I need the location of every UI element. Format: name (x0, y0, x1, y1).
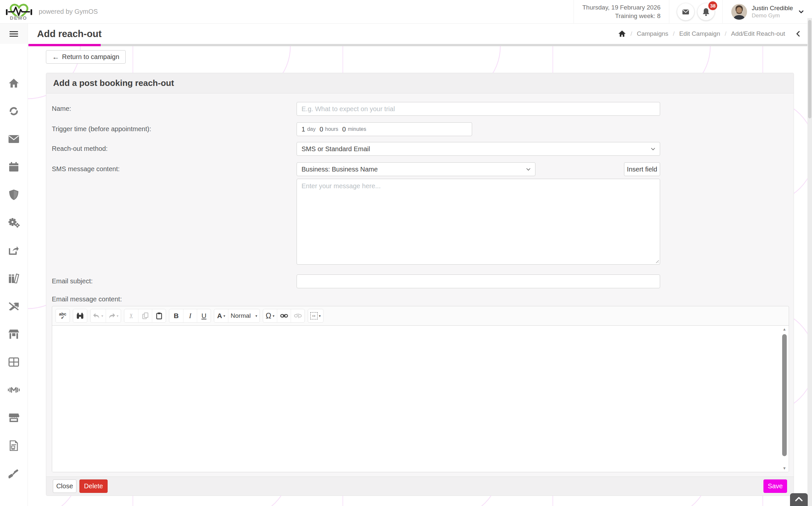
omega-icon: Ω (266, 312, 271, 320)
chevron-down-icon (651, 148, 655, 151)
editor-content-area[interactable]: ▲ ▼ (52, 325, 789, 472)
wrench-icon (8, 468, 19, 479)
page-scrollbar-thumb[interactable] (808, 20, 811, 118)
messages-button[interactable] (677, 3, 694, 20)
sidebar-item-library[interactable] (0, 264, 27, 292)
special-character-button[interactable]: Ω ▾ (263, 309, 277, 322)
envelope-icon (682, 8, 689, 16)
breadcrumb: / Campaigns / Edit Campaign / Add/Edit R… (618, 30, 785, 37)
share-export-icon (8, 246, 19, 255)
name-input[interactable] (297, 102, 660, 116)
sidebar-item-tools[interactable] (0, 459, 27, 487)
underline-button[interactable]: U (197, 309, 211, 322)
trigger-time-input[interactable]: 1 day 0 hours 0 minutes (297, 122, 472, 136)
sidebar-item-home[interactable] (0, 69, 27, 97)
save-button[interactable]: Save (763, 480, 787, 493)
scroll-to-top-button[interactable] (790, 493, 808, 506)
source-code-icon: ‹› (310, 312, 318, 319)
avatar (731, 4, 747, 20)
scrollbar-down-arrow[interactable]: ▼ (781, 466, 788, 471)
sidebar-item-share[interactable] (0, 237, 27, 264)
close-button[interactable]: Close (53, 480, 76, 493)
sms-message-textarea[interactable] (297, 179, 660, 265)
reach-out-method-select[interactable]: SMS or Standard Email (297, 142, 660, 156)
home-icon (8, 78, 19, 89)
redo-dropdown-arrow[interactable]: ▾ (117, 314, 119, 318)
trigger-hours-unit: hours (325, 126, 338, 132)
delete-button[interactable]: Delete (79, 480, 108, 493)
find-replace-button[interactable] (73, 309, 87, 322)
paste-button[interactable] (152, 309, 166, 322)
source-view-button[interactable]: ‹› ▾ (308, 309, 323, 322)
hamburger-icon (9, 30, 18, 38)
italic-button[interactable]: I (183, 309, 197, 322)
editor-scrollbar[interactable]: ▲ ▼ (781, 326, 788, 471)
email-subject-label: Email subject: (46, 274, 297, 288)
spellcheck-button[interactable]: abc ✔ (56, 309, 70, 322)
sidebar-item-mail[interactable] (0, 125, 27, 153)
bold-button[interactable]: B (169, 309, 183, 322)
breadcrumb-campaigns[interactable]: Campaigns (637, 30, 668, 37)
return-to-campaign-button[interactable]: ← Return to campaign (46, 50, 126, 64)
sidebar-item-calendar[interactable] (0, 153, 27, 181)
insert-link-button[interactable] (277, 309, 291, 322)
cut-button[interactable]: ✂ (124, 309, 138, 322)
special-char-dropdown-arrow: ▾ (273, 314, 274, 318)
sidebar-item-shield[interactable] (0, 181, 27, 208)
sync-icon (8, 106, 19, 116)
binoculars-icon (76, 313, 84, 319)
storefront-icon (8, 329, 19, 339)
books-icon (8, 273, 19, 283)
panel-body: Name: Trigger time (before appointment):… (46, 93, 794, 477)
menu-toggle-button[interactable] (0, 24, 28, 44)
page-scrollbar[interactable] (807, 18, 812, 506)
breadcrumb-add-edit-reach-out[interactable]: Add/Edit Reach-out (731, 30, 785, 37)
sidebar-item-no-show[interactable] (0, 292, 27, 320)
sidebar-item-table[interactable] (0, 348, 27, 376)
chevron-down-icon[interactable] (798, 8, 805, 15)
paragraph-format-select[interactable]: Normal ▾ (228, 309, 259, 322)
shop-awning-icon (8, 413, 20, 423)
sidebar-item-documents[interactable] (0, 432, 27, 459)
user-organisation: Demo Gym (752, 12, 793, 19)
sidebar-item-storefront[interactable] (0, 320, 27, 348)
notifications-button[interactable]: 38 (698, 3, 715, 20)
undo-dropdown-arrow[interactable]: ▾ (101, 314, 103, 318)
table-grid-icon (8, 357, 19, 367)
undo-button[interactable]: ▾ (91, 309, 106, 322)
document-icon (9, 440, 18, 451)
sidebar-item-settings[interactable] (0, 208, 27, 237)
redo-button[interactable]: ▾ (106, 309, 121, 322)
sidebar-item-sync[interactable] (0, 97, 27, 125)
text-color-button[interactable]: A ▾ (214, 309, 228, 322)
trigger-minutes-value[interactable]: 0 (342, 125, 346, 133)
breadcrumb-edit-campaign[interactable]: Edit Campaign (679, 30, 720, 37)
page-title: Add reach-out (37, 28, 618, 39)
email-subject-input[interactable] (297, 274, 660, 288)
tab-underline (28, 44, 812, 46)
active-tab-indicator (28, 44, 101, 46)
merge-field-select[interactable]: Business: Business Name (297, 162, 536, 176)
home-icon[interactable] (618, 30, 626, 37)
clipboard-icon (156, 312, 162, 319)
breadcrumb-separator: / (673, 30, 674, 37)
scrollbar-up-arrow[interactable]: ▲ (781, 327, 788, 332)
trigger-days-value[interactable]: 1 (302, 125, 305, 133)
source-dropdown-arrow: ▾ (319, 314, 321, 318)
copy-button[interactable] (138, 309, 152, 322)
collapse-panel-button[interactable] (794, 29, 802, 38)
app-logo[interactable]: DEMO (4, 2, 34, 22)
gym-dumbbell-icon (8, 386, 20, 394)
chevron-left-icon (794, 29, 802, 38)
scrollbar-thumb[interactable] (782, 334, 787, 456)
unlink-button[interactable] (291, 309, 305, 322)
trigger-hours-value[interactable]: 0 (320, 125, 323, 133)
top-bar: DEMO powered by GymOS Thursday, 19 Febru… (0, 0, 812, 24)
user-menu[interactable]: Justin Credible Demo Gym (723, 4, 812, 20)
bell-icon (702, 8, 710, 16)
chevron-up-icon (795, 496, 803, 502)
insert-field-button[interactable]: Insert field (624, 162, 660, 176)
sidebar-item-shop[interactable] (0, 404, 27, 432)
trigger-time-label: Trigger time (before appointment): (46, 122, 297, 136)
sidebar-item-training[interactable] (0, 376, 27, 404)
